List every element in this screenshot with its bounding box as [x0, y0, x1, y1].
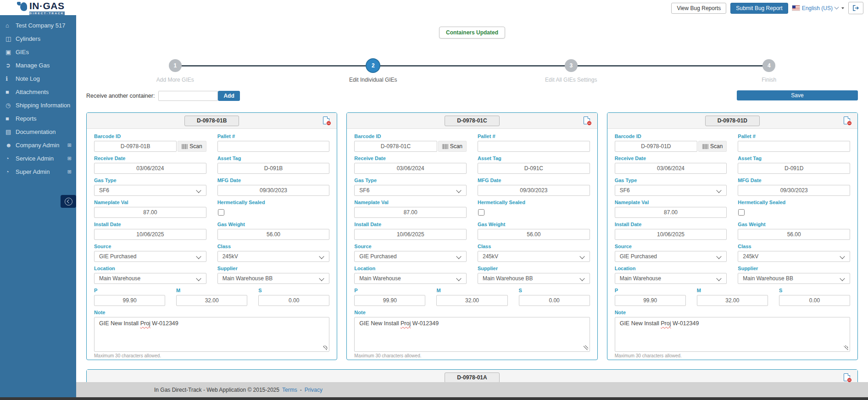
sidebar-collapse-button[interactable] [61, 195, 76, 208]
class-select-2[interactable]: 245kV [738, 251, 850, 262]
asset-tag-input-1[interactable] [478, 163, 590, 174]
resize-handle-icon[interactable] [323, 345, 328, 350]
sidebar-item-8[interactable]: ▤ Documentation [0, 125, 76, 139]
sidebar-item-label: Shipping Information [16, 102, 70, 109]
step-circle-3[interactable]: 4 [762, 59, 775, 72]
p-input-1[interactable] [354, 295, 425, 306]
class-select-0[interactable]: 245kV [217, 251, 330, 262]
step-circle-0[interactable]: 1 [169, 59, 182, 72]
pallet-input-2[interactable] [738, 141, 850, 152]
note-textarea-0[interactable]: GIE New Install Proj W-012349 [94, 317, 329, 352]
class-select-1[interactable]: 245kV [478, 251, 590, 262]
gas-type-select-1[interactable]: SF6 [354, 185, 467, 196]
step-circle-2[interactable]: 3 [565, 59, 578, 72]
install-date-input-0[interactable] [94, 229, 206, 240]
pallet-label: Pallet # [738, 133, 850, 139]
step-circle-1[interactable]: 2 [366, 58, 380, 73]
note-textarea-2[interactable]: GIE New Install Proj W-012349 [615, 317, 850, 352]
asset-tag-input-2[interactable] [738, 163, 850, 174]
sidebar-item-0[interactable]: ⌂ Test Company 517 [0, 19, 76, 32]
install-date-input-2[interactable] [615, 229, 727, 240]
scan-button-0[interactable]: Scan [178, 141, 206, 152]
sidebar-item-2[interactable]: ▣ GIEs [0, 45, 76, 59]
horizontal-scrollbar[interactable] [0, 397, 868, 400]
barcode-id-input-1[interactable] [354, 141, 437, 152]
receive-date-input-2[interactable] [615, 163, 727, 174]
sidebar-item-6[interactable]: ◷ Shipping Information [0, 99, 76, 112]
card-title-button-0[interactable]: D-0978-01B [184, 116, 239, 126]
footer: In Gas Direct-Track - Web Application © … [76, 382, 868, 397]
sidebar-item-11[interactable]: ◔ Super Admin ⊞ [0, 165, 76, 178]
nameplate-val-input-1[interactable] [354, 207, 467, 218]
barcode-id-input-2[interactable] [615, 141, 697, 152]
location-select-1[interactable]: Main Warehouse [354, 273, 467, 284]
gas-weight-input-1[interactable] [478, 229, 590, 240]
supplier-select-0[interactable]: Main Warehouse BB [217, 273, 330, 284]
language-selector[interactable]: English (US) [792, 5, 844, 11]
source-select-2[interactable]: GIE Purchased [615, 251, 727, 262]
sidebar-item-4[interactable]: ℹ Note Log [0, 72, 76, 85]
location-select-2[interactable]: Main Warehouse [615, 273, 727, 284]
remove-document-button-2[interactable] [844, 117, 850, 124]
mfg-date-input-2[interactable] [738, 185, 850, 196]
add-button[interactable]: Add [218, 91, 239, 101]
nameplate-val-input-2[interactable] [615, 207, 727, 218]
install-date-input-1[interactable] [354, 229, 467, 240]
remove-document-button-partial[interactable] [844, 373, 850, 381]
privacy-link[interactable]: Privacy [305, 387, 323, 393]
m-input-1[interactable] [436, 295, 507, 306]
pallet-input-1[interactable] [478, 141, 590, 152]
barcode-id-input-0[interactable] [94, 141, 177, 152]
supplier-label: Supplier [738, 266, 850, 272]
resize-handle-icon[interactable] [844, 345, 848, 350]
remove-document-button-0[interactable] [323, 117, 329, 124]
logout-button[interactable] [848, 2, 863, 14]
terms-link[interactable]: Terms [282, 387, 297, 393]
m-input-0[interactable] [176, 295, 247, 306]
card-title-button-1[interactable]: D-0978-01C [445, 116, 499, 126]
hermetically-sealed-checkbox-0[interactable] [218, 209, 224, 216]
asset-tag-input-0[interactable] [217, 163, 330, 174]
sidebar-item-3[interactable]: ➲ Manage Gas [0, 59, 76, 72]
gas-weight-input-2[interactable] [738, 229, 850, 240]
scan-button-2[interactable]: Scan [698, 141, 727, 152]
sidebar-item-7[interactable]: ■ Reports [0, 112, 76, 125]
note-textarea-1[interactable]: GIE New Install Proj W-012349 [354, 317, 590, 352]
location-select-0[interactable]: Main Warehouse [94, 273, 206, 284]
resize-handle-icon[interactable] [584, 345, 588, 350]
gas-type-select-2[interactable]: SF6 [615, 185, 727, 196]
s-input-0[interactable] [258, 295, 329, 306]
scan-button-1[interactable]: Scan [438, 141, 467, 152]
submit-bug-report-button[interactable]: Submit Bug Report [730, 3, 788, 14]
supplier-select-2[interactable]: Main Warehouse BB [738, 273, 850, 284]
mfg-date-input-1[interactable] [478, 185, 590, 196]
receive-container-input[interactable] [158, 91, 218, 101]
source-select-1[interactable]: GIE Purchased [354, 251, 467, 262]
card-title-button-partial[interactable]: D-0978-01A [445, 372, 499, 383]
p-input-0[interactable] [94, 295, 165, 306]
view-bug-reports-button[interactable]: View Bug Reports [671, 3, 726, 14]
sidebar-item-1[interactable]: ◫ Cylinders [0, 32, 76, 45]
card-title-button-2[interactable]: D-0978-01D [705, 116, 760, 126]
receive-date-input-1[interactable] [354, 163, 467, 174]
s-input-1[interactable] [519, 295, 590, 306]
s-input-2[interactable] [779, 295, 850, 306]
sidebar-item-9[interactable]: ☻ Company Admin ⊞ [0, 139, 76, 152]
hermetically-sealed-checkbox-2[interactable] [738, 209, 745, 216]
mfg-date-input-0[interactable] [217, 185, 330, 196]
receive-date-input-0[interactable] [94, 163, 206, 174]
gas-weight-input-0[interactable] [217, 229, 330, 240]
pallet-input-0[interactable] [217, 141, 330, 152]
save-button[interactable]: Save [737, 90, 858, 100]
sidebar-item-5[interactable]: ■ Attachments [0, 85, 76, 99]
hermetically-sealed-checkbox-1[interactable] [478, 209, 484, 216]
p-input-2[interactable] [615, 295, 686, 306]
sidebar-item-10[interactable]: ◔ Service Admin ⊞ [0, 152, 76, 165]
remove-document-button-1[interactable] [584, 117, 590, 124]
nameplate-val-input-0[interactable] [94, 207, 206, 218]
m-input-2[interactable] [697, 295, 768, 306]
gas-type-select-0[interactable]: SF6 [94, 185, 206, 196]
nameplate-val-label: Nameplate Val [615, 200, 727, 206]
supplier-select-1[interactable]: Main Warehouse BB [478, 273, 590, 284]
source-select-0[interactable]: GIE Purchased [94, 251, 206, 262]
